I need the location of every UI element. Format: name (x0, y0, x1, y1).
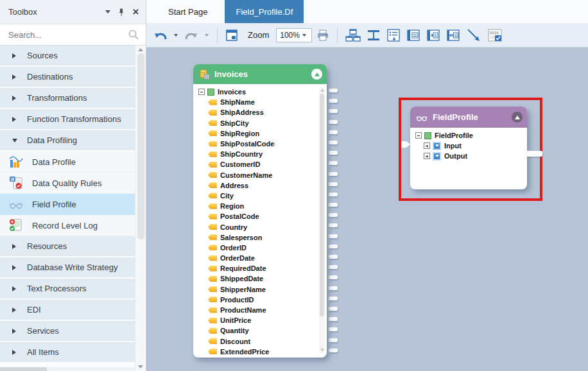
toolbox-category[interactable]: Database Write Strategy (0, 257, 135, 279)
node-scrollbar[interactable] (319, 87, 325, 353)
window-position-caret-icon[interactable] (105, 10, 110, 13)
draw-link-button[interactable] (465, 27, 483, 44)
output-port-stub[interactable] (329, 234, 338, 238)
invoices-node-header[interactable]: Invoices (193, 64, 327, 84)
field-tree-item[interactable]: ShipRegion (193, 128, 327, 139)
redo-caret-icon[interactable] (205, 34, 209, 37)
tree-root-row[interactable]: Invoices (193, 87, 327, 97)
pin-icon[interactable] (117, 8, 126, 17)
preview-data-button[interactable]: 0101 10 (486, 27, 504, 44)
field-tree-item[interactable]: Country (193, 221, 327, 232)
expand-all-nodes-button[interactable] (385, 27, 402, 44)
tab-start-page[interactable]: Start Page (157, 0, 218, 23)
field-tree-item[interactable]: ShipperName (193, 284, 327, 295)
search-input[interactable] (8, 30, 128, 40)
toolbox-category[interactable]: Services (0, 321, 135, 342)
scrollbar-thumb[interactable] (137, 53, 144, 239)
toolbox-category[interactable]: Text Processors (0, 279, 135, 300)
output-port-stub[interactable] (329, 213, 338, 217)
output-port-stub[interactable] (329, 161, 338, 165)
output-port-stub[interactable] (329, 130, 338, 134)
collapse-minus-icon[interactable] (198, 89, 205, 95)
fieldprofile-output-port[interactable] (526, 151, 542, 157)
goto-panel-button[interactable] (425, 27, 442, 44)
output-port-stub[interactable] (329, 338, 338, 342)
toolbox-category[interactable]: Transformations (0, 88, 135, 109)
scrollbar-thumb[interactable] (0, 367, 47, 371)
collapse-node-button[interactable] (311, 69, 322, 80)
output-port-stub[interactable] (329, 141, 338, 144)
auto-layout-button[interactable] (344, 27, 362, 44)
toolbox-item-data-profile[interactable]: Data Profile (0, 151, 135, 173)
toolbox-category[interactable]: All Items (0, 342, 135, 363)
field-tree-item[interactable]: ProductName (193, 305, 327, 315)
scroll-up-icon[interactable] (320, 89, 324, 92)
field-tree-item[interactable]: PostalCode (193, 211, 327, 221)
toolbox-category-data-profiling[interactable]: Data Profiling (0, 130, 135, 151)
output-port-stub[interactable] (329, 223, 338, 227)
field-tree-item[interactable]: Address (193, 180, 327, 191)
output-port-stub[interactable] (329, 349, 338, 352)
field-tree-item[interactable]: ShipName (193, 97, 327, 107)
output-port-stub[interactable] (329, 286, 338, 290)
show-panel-button[interactable] (405, 27, 422, 44)
field-tree-item[interactable]: UnitPrice (193, 315, 327, 325)
field-tree-item[interactable]: ShippedDate (193, 273, 327, 284)
output-port-stub[interactable] (329, 172, 338, 176)
overview-window-button[interactable] (224, 27, 239, 44)
toolbox-category[interactable]: EDI (0, 300, 135, 321)
output-port-stub[interactable] (329, 255, 338, 259)
toolbox-item-record-level-log[interactable]: Record Level Log (0, 215, 135, 236)
toolbox-horizontal-scrollbar[interactable] (0, 367, 135, 371)
field-tree-item[interactable]: ShipCity (193, 118, 327, 128)
output-port-stub[interactable] (329, 307, 338, 311)
dataflow-canvas[interactable]: Invoices Invoices (146, 47, 588, 371)
field-tree-item[interactable]: CustomerID (193, 159, 327, 169)
output-port-stub[interactable] (329, 327, 338, 331)
output-port-stub[interactable] (329, 99, 338, 103)
scroll-up-icon[interactable] (138, 48, 143, 51)
output-port-stub[interactable] (329, 317, 338, 321)
field-tree-item[interactable]: Discount (193, 336, 327, 347)
scroll-down-icon[interactable] (138, 365, 143, 368)
toolbox-item-field-profile[interactable]: Field Profile (0, 194, 135, 215)
output-port-stub[interactable] (329, 265, 338, 269)
output-port-stub[interactable] (329, 203, 338, 207)
toolbox-category[interactable]: Function Transformations (0, 109, 135, 130)
field-tree-item[interactable]: ShipPostalCode (193, 139, 327, 149)
output-port-stub[interactable] (329, 193, 338, 196)
scroll-down-icon[interactable] (320, 349, 324, 352)
toolbox-vertical-scrollbar[interactable] (135, 46, 146, 371)
search-icon[interactable] (128, 29, 139, 40)
field-tree-item[interactable]: OrderDate (193, 253, 327, 263)
output-port-stub[interactable] (329, 245, 338, 248)
output-port-stub[interactable] (329, 120, 338, 124)
output-port-stub[interactable] (329, 89, 338, 92)
redo-button[interactable] (183, 27, 200, 44)
field-tree-item[interactable]: City (193, 191, 327, 201)
toolbox-category[interactable]: Resources (0, 236, 135, 257)
invoices-source-node[interactable]: Invoices Invoices (193, 64, 327, 358)
close-icon[interactable]: ✕ (132, 8, 139, 16)
output-port-stub[interactable] (329, 151, 338, 155)
field-tree-item[interactable]: CustomerName (193, 170, 327, 180)
field-tree-item[interactable]: OrderID (193, 243, 327, 253)
scrollbar-thumb[interactable] (320, 94, 324, 316)
field-tree-item[interactable]: ShipCountry (193, 149, 327, 159)
output-port-stub[interactable] (329, 297, 338, 300)
zoom-combobox[interactable]: 100% (276, 28, 312, 42)
field-tree-item[interactable]: ProductID (193, 295, 327, 305)
toolbox-category[interactable]: Sources (0, 46, 135, 67)
field-tree-item[interactable]: Quantity (193, 325, 327, 336)
invoices-output-ports[interactable] (329, 89, 338, 359)
align-layout-button[interactable] (365, 27, 382, 44)
field-tree-item[interactable]: Region (193, 201, 327, 211)
fit-panel-width-button[interactable] (445, 27, 462, 44)
undo-caret-icon[interactable] (174, 34, 178, 37)
toolbox-item-data-quality-rules[interactable]: if Data Quality Rules (0, 173, 135, 194)
field-tree-item[interactable]: Salesperson (193, 232, 327, 243)
undo-button[interactable] (152, 27, 169, 44)
field-tree-item[interactable]: ShipAddress (193, 107, 327, 117)
field-tree-item[interactable]: ExtendedPrice (193, 347, 327, 357)
output-port-stub[interactable] (329, 109, 338, 113)
